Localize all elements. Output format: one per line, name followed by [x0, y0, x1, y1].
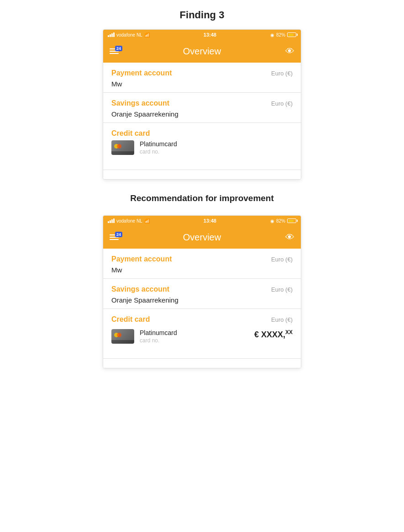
rec-payment-account-section[interactable]: Payment account Euro (€) Mw	[103, 249, 301, 274]
rec-card-balance-area: € XXXX,XX	[254, 326, 293, 340]
rec-card-row-wrapper: Platinumcard card no. € XXXX,XX	[111, 326, 293, 348]
rec-credit-card-image	[111, 329, 134, 344]
rec-content-area: Payment account Euro (€) Mw Savings acco…	[103, 249, 301, 368]
status-time: 13:48	[204, 32, 216, 37]
savings-account-currency: Euro (€)	[271, 100, 293, 107]
status-right: ◉ 82%	[270, 32, 296, 37]
rec-battery-pct-label: 82%	[276, 218, 285, 223]
rec-credit-card-section[interactable]: Credit card Euro (€) Platinumcard card n…	[103, 309, 301, 354]
rec-payment-account-name: Mw	[111, 266, 293, 274]
rec-status-time: 13:48	[204, 218, 216, 223]
rec-nav-bar: 24 Overview 👁	[103, 226, 301, 249]
rec-card-row: Platinumcard card no.	[111, 329, 177, 346]
carrier-label: vodafone NL	[116, 32, 142, 37]
battery-pct-label: 82%	[276, 32, 285, 37]
rec-payment-account-currency: Euro (€)	[271, 256, 293, 263]
savings-account-header: Savings account Euro (€)	[111, 99, 293, 107]
battery-icon	[287, 32, 296, 37]
rec-wifi-icon: 📶	[144, 218, 150, 223]
payment-account-section[interactable]: Payment account Euro (€) Mw	[103, 63, 301, 88]
rec-status-bar: vodafone NL 📶 13:48 ◉ 82%	[103, 216, 301, 226]
nav-title: Overview	[183, 46, 221, 57]
page-title: Finding 3	[180, 9, 225, 21]
rec-signal-icon	[108, 218, 115, 223]
payment-account-type: Payment account	[111, 69, 172, 77]
notification-badge: 24	[115, 46, 122, 51]
rec-notification-badge: 24	[115, 232, 122, 237]
menu-button[interactable]: 24	[110, 48, 119, 54]
payment-account-header: Payment account Euro (€)	[111, 69, 293, 77]
credit-card-header: Credit card	[111, 129, 293, 138]
recommendation-title: Recommendation for improvement	[130, 193, 274, 203]
rec-savings-account-section[interactable]: Savings account Euro (€) Oranje Spaarrek…	[103, 279, 301, 304]
recommendation-phone-frame: vodafone NL 📶 13:48 ◉ 82% 24 Overview 👁 …	[103, 215, 301, 368]
rec-payment-account-header: Payment account Euro (€)	[111, 255, 293, 263]
credit-card-type: Credit card	[111, 129, 150, 138]
signal-icon	[108, 32, 115, 37]
rec-eye-icon[interactable]: 👁	[285, 232, 294, 243]
card-details: Platinumcard card no.	[140, 140, 177, 157]
payment-account-currency: Euro (€)	[271, 70, 293, 77]
rec-savings-account-type: Savings account	[111, 285, 169, 293]
rec-savings-account-name: Oranje Spaarrekening	[111, 296, 293, 304]
rec-status-left: vodafone NL 📶	[108, 218, 150, 223]
rec-savings-account-currency: Euro (€)	[271, 286, 293, 293]
rec-gps-icon: ◉	[270, 218, 274, 223]
rec-credit-card-type: Credit card	[111, 315, 150, 324]
credit-card-section[interactable]: Credit card Platinumcard card no.	[103, 123, 301, 165]
rec-card-balance: € XXXX,XX	[254, 330, 293, 339]
rec-card-details: Platinumcard card no.	[140, 329, 177, 346]
nav-bar: 24 Overview 👁	[103, 40, 301, 63]
content-area: Payment account Euro (€) Mw Savings acco…	[103, 63, 301, 179]
payment-account-name: Mw	[111, 80, 293, 88]
status-left: vodafone NL 📶	[108, 32, 150, 37]
rec-card-no: card no.	[140, 337, 177, 344]
rec-nav-title: Overview	[183, 232, 221, 243]
status-bar: vodafone NL 📶 13:48 ◉ 82%	[103, 30, 301, 40]
gps-icon: ◉	[270, 32, 274, 37]
rec-payment-account-type: Payment account	[111, 255, 172, 263]
finding-phone-frame: vodafone NL 📶 13:48 ◉ 82% 24 Overview 👁	[103, 29, 301, 180]
savings-account-section[interactable]: Savings account Euro (€) Oranje Spaarrek…	[103, 93, 301, 118]
rec-carrier-label: vodafone NL	[116, 218, 142, 223]
savings-account-type: Savings account	[111, 99, 169, 107]
rec-card-name: Platinumcard	[140, 329, 177, 336]
credit-card-image	[111, 140, 134, 155]
rec-credit-card-currency: Euro (€)	[271, 316, 293, 323]
rec-menu-button[interactable]: 24	[110, 234, 119, 240]
card-no: card no.	[140, 149, 177, 155]
card-row: Platinumcard card no.	[111, 140, 293, 157]
eye-icon[interactable]: 👁	[285, 46, 294, 57]
rec-credit-card-header: Credit card Euro (€)	[111, 315, 293, 324]
rec-savings-account-header: Savings account Euro (€)	[111, 285, 293, 293]
card-name: Platinumcard	[140, 140, 177, 148]
rec-battery-icon	[287, 218, 296, 223]
rec-status-right: ◉ 82%	[270, 218, 296, 223]
wifi-icon: 📶	[144, 32, 150, 37]
savings-account-name: Oranje Spaarrekening	[111, 110, 293, 118]
